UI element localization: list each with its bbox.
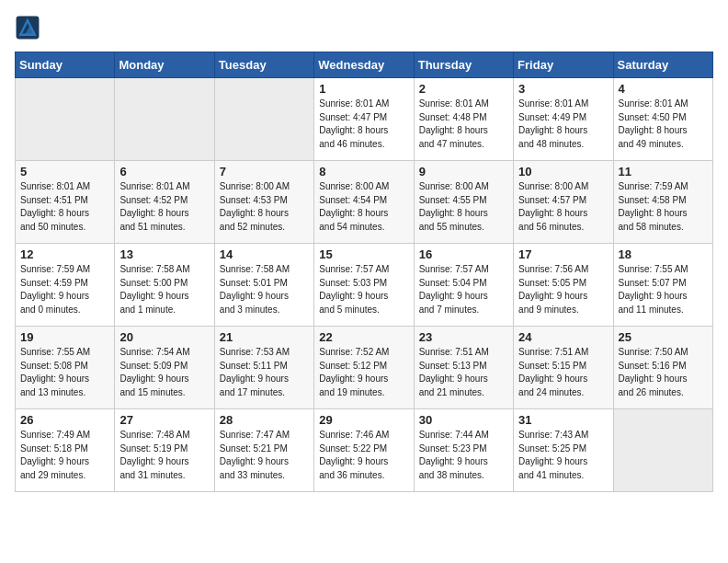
calendar-body: 1Sunrise: 8:01 AM Sunset: 4:47 PM Daylig… [16,78,713,492]
logo [15,15,44,40]
header-cell-wednesday: Wednesday [314,52,414,78]
day-number: 6 [119,165,209,178]
calendar-header: SundayMondayTuesdayWednesdayThursdayFrid… [16,52,713,78]
day-number: 21 [220,330,309,344]
calendar-cell: 5Sunrise: 8:01 AM Sunset: 4:51 PM Daylig… [16,161,115,244]
day-info: Sunrise: 8:00 AM Sunset: 4:55 PM Dayligh… [419,180,508,234]
day-number: 19 [20,330,109,344]
day-info: Sunrise: 7:44 AM Sunset: 5:23 PM Dayligh… [419,429,508,482]
calendar-cell: 10Sunrise: 8:00 AM Sunset: 4:57 PM Dayli… [514,161,613,244]
calendar-cell: 8Sunrise: 8:00 AM Sunset: 4:54 PM Daylig… [314,161,414,244]
day-info: Sunrise: 7:43 AM Sunset: 5:25 PM Dayligh… [518,429,608,482]
header-cell-saturday: Saturday [613,52,712,78]
day-number: 25 [619,330,708,344]
day-info: Sunrise: 7:59 AM Sunset: 4:59 PM Dayligh… [20,263,109,316]
day-number: 31 [518,413,608,427]
header-cell-thursday: Thursday [414,52,513,78]
day-number: 15 [319,247,408,261]
day-info: Sunrise: 7:58 AM Sunset: 5:01 PM Dayligh… [220,263,309,316]
day-info: Sunrise: 7:58 AM Sunset: 5:00 PM Dayligh… [119,263,209,316]
day-number: 11 [619,165,708,178]
week-row-1: 5Sunrise: 8:01 AM Sunset: 4:51 PM Daylig… [16,161,713,244]
day-number: 14 [220,247,309,261]
calendar-table: SundayMondayTuesdayWednesdayThursdayFrid… [15,52,713,492]
day-info: Sunrise: 8:01 AM Sunset: 4:51 PM Dayligh… [20,180,109,234]
day-number: 17 [518,247,608,261]
day-info: Sunrise: 7:57 AM Sunset: 5:04 PM Dayligh… [419,263,508,316]
calendar-cell: 28Sunrise: 7:47 AM Sunset: 5:21 PM Dayli… [214,409,313,492]
day-info: Sunrise: 8:01 AM Sunset: 4:47 PM Dayligh… [319,98,408,151]
day-number: 18 [619,247,708,261]
calendar-cell: 12Sunrise: 7:59 AM Sunset: 4:59 PM Dayli… [16,244,115,327]
day-info: Sunrise: 7:46 AM Sunset: 5:22 PM Dayligh… [319,429,408,482]
day-number: 16 [419,247,508,261]
day-info: Sunrise: 7:55 AM Sunset: 5:07 PM Dayligh… [619,263,708,316]
day-number: 23 [419,330,508,344]
header-cell-friday: Friday [514,52,613,78]
day-info: Sunrise: 7:54 AM Sunset: 5:09 PM Dayligh… [119,346,209,399]
day-info: Sunrise: 8:01 AM Sunset: 4:50 PM Dayligh… [619,98,708,151]
day-info: Sunrise: 8:00 AM Sunset: 4:53 PM Dayligh… [220,180,309,234]
day-number: 1 [319,82,408,96]
day-info: Sunrise: 7:56 AM Sunset: 5:05 PM Dayligh… [518,263,608,316]
day-info: Sunrise: 7:52 AM Sunset: 5:12 PM Dayligh… [319,346,408,399]
calendar-cell: 20Sunrise: 7:54 AM Sunset: 5:09 PM Dayli… [115,327,214,409]
calendar-cell: 24Sunrise: 7:51 AM Sunset: 5:15 PM Dayli… [514,327,613,409]
calendar-cell: 1Sunrise: 8:01 AM Sunset: 4:47 PM Daylig… [314,78,414,161]
day-number: 29 [319,413,408,427]
calendar-cell: 25Sunrise: 7:50 AM Sunset: 5:16 PM Dayli… [613,327,712,409]
day-info: Sunrise: 8:00 AM Sunset: 4:54 PM Dayligh… [319,180,408,234]
calendar-cell: 31Sunrise: 7:43 AM Sunset: 5:25 PM Dayli… [514,409,613,492]
day-info: Sunrise: 7:48 AM Sunset: 5:19 PM Dayligh… [119,429,209,482]
calendar-cell: 6Sunrise: 8:01 AM Sunset: 4:52 PM Daylig… [115,161,214,244]
calendar-cell: 9Sunrise: 8:00 AM Sunset: 4:55 PM Daylig… [414,161,513,244]
week-row-2: 12Sunrise: 7:59 AM Sunset: 4:59 PM Dayli… [16,244,713,327]
calendar-cell: 26Sunrise: 7:49 AM Sunset: 5:18 PM Dayli… [16,409,115,492]
calendar-cell [16,78,115,161]
calendar-cell: 18Sunrise: 7:55 AM Sunset: 5:07 PM Dayli… [613,244,712,327]
day-info: Sunrise: 8:01 AM Sunset: 4:49 PM Dayligh… [518,98,608,151]
day-number: 26 [20,413,109,427]
calendar-cell: 2Sunrise: 8:01 AM Sunset: 4:48 PM Daylig… [414,78,513,161]
day-number: 2 [419,82,508,96]
calendar-cell: 3Sunrise: 8:01 AM Sunset: 4:49 PM Daylig… [514,78,613,161]
day-info: Sunrise: 7:59 AM Sunset: 4:58 PM Dayligh… [619,180,708,234]
logo-icon [15,15,40,40]
week-row-0: 1Sunrise: 8:01 AM Sunset: 4:47 PM Daylig… [16,78,713,161]
day-number: 24 [518,330,608,344]
calendar-cell [613,409,712,492]
day-info: Sunrise: 7:55 AM Sunset: 5:08 PM Dayligh… [20,346,109,399]
day-info: Sunrise: 7:57 AM Sunset: 5:03 PM Dayligh… [319,263,408,316]
calendar-cell: 17Sunrise: 7:56 AM Sunset: 5:05 PM Dayli… [514,244,613,327]
day-number: 8 [319,165,408,178]
calendar-cell: 16Sunrise: 7:57 AM Sunset: 5:04 PM Dayli… [414,244,513,327]
calendar-cell: 30Sunrise: 7:44 AM Sunset: 5:23 PM Dayli… [414,409,513,492]
day-number: 27 [119,413,209,427]
calendar-cell: 13Sunrise: 7:58 AM Sunset: 5:00 PM Dayli… [115,244,214,327]
day-number: 13 [119,247,209,261]
calendar-cell: 7Sunrise: 8:00 AM Sunset: 4:53 PM Daylig… [214,161,313,244]
day-number: 7 [220,165,309,178]
day-info: Sunrise: 7:53 AM Sunset: 5:11 PM Dayligh… [220,346,309,399]
calendar-cell: 4Sunrise: 8:01 AM Sunset: 4:50 PM Daylig… [613,78,712,161]
calendar-cell: 19Sunrise: 7:55 AM Sunset: 5:08 PM Dayli… [16,327,115,409]
day-number: 28 [220,413,309,427]
day-info: Sunrise: 7:47 AM Sunset: 5:21 PM Dayligh… [220,429,309,482]
calendar-cell: 27Sunrise: 7:48 AM Sunset: 5:19 PM Dayli… [115,409,214,492]
header-cell-tuesday: Tuesday [214,52,313,78]
header-cell-monday: Monday [115,52,214,78]
calendar-cell: 11Sunrise: 7:59 AM Sunset: 4:58 PM Dayli… [613,161,712,244]
day-info: Sunrise: 8:01 AM Sunset: 4:48 PM Dayligh… [419,98,508,151]
week-row-4: 26Sunrise: 7:49 AM Sunset: 5:18 PM Dayli… [16,409,713,492]
day-number: 10 [518,165,608,178]
calendar-cell [214,78,313,161]
day-info: Sunrise: 7:51 AM Sunset: 5:13 PM Dayligh… [419,346,508,399]
calendar-cell: 29Sunrise: 7:46 AM Sunset: 5:22 PM Dayli… [314,409,414,492]
calendar-cell: 22Sunrise: 7:52 AM Sunset: 5:12 PM Dayli… [314,327,414,409]
day-info: Sunrise: 8:00 AM Sunset: 4:57 PM Dayligh… [518,180,608,234]
calendar-cell: 23Sunrise: 7:51 AM Sunset: 5:13 PM Dayli… [414,327,513,409]
day-info: Sunrise: 7:50 AM Sunset: 5:16 PM Dayligh… [619,346,708,399]
page-header [15,15,713,40]
day-number: 5 [20,165,109,178]
calendar-cell: 14Sunrise: 7:58 AM Sunset: 5:01 PM Dayli… [214,244,313,327]
